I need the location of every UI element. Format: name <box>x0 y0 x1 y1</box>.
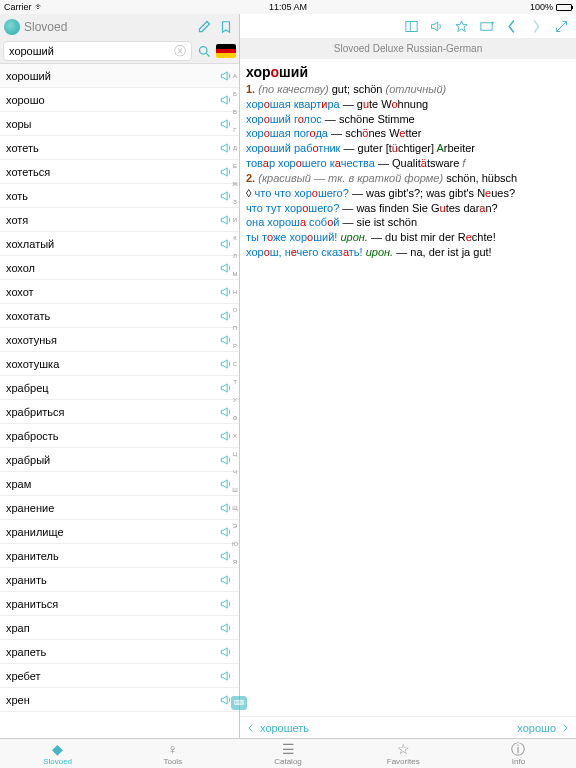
word-row[interactable]: хохол <box>0 256 239 280</box>
word-row[interactable]: хранить <box>0 568 239 592</box>
index-letter[interactable]: Э <box>232 518 238 534</box>
pronounce-icon[interactable] <box>219 141 233 155</box>
expand-icon[interactable] <box>553 18 570 35</box>
word-row[interactable]: хохотунья <box>0 328 239 352</box>
word-row[interactable]: храм <box>0 472 239 496</box>
pronounce-icon[interactable] <box>219 333 233 347</box>
clear-icon[interactable]: ⓧ <box>174 43 186 60</box>
pronounce-icon[interactable] <box>219 309 233 323</box>
pronounce-icon[interactable] <box>219 453 233 467</box>
word-row[interactable]: храбрец <box>0 376 239 400</box>
tab-favorites[interactable]: ☆Favorites <box>346 739 461 768</box>
pronounce-icon[interactable] <box>219 501 233 515</box>
word-row[interactable]: хохотушка <box>0 352 239 376</box>
pronounce-icon[interactable] <box>219 357 233 371</box>
index-letter[interactable]: Ю <box>232 536 238 552</box>
index-letter[interactable]: Н <box>232 284 238 300</box>
card-icon[interactable] <box>478 18 495 35</box>
pronounce-icon[interactable] <box>219 621 233 635</box>
index-letter[interactable]: А <box>232 68 238 84</box>
pronounce-icon[interactable] <box>219 189 233 203</box>
index-letter[interactable]: Ц <box>232 446 238 462</box>
index-letter[interactable]: Г <box>232 122 238 138</box>
word-row[interactable]: хранилище <box>0 520 239 544</box>
prev-word-button[interactable]: хорошеть <box>246 722 309 734</box>
pronounce-icon[interactable] <box>219 381 233 395</box>
index-letter[interactable]: С <box>232 356 238 372</box>
search-field-wrap[interactable]: ⓧ <box>3 41 192 61</box>
pronounce-icon[interactable] <box>219 237 233 251</box>
index-letter[interactable]: Я <box>232 554 238 570</box>
nav-fwd-icon[interactable] <box>528 18 545 35</box>
word-row[interactable]: хороший <box>0 64 239 88</box>
index-letter[interactable]: В <box>232 104 238 120</box>
word-row[interactable]: хотеть <box>0 136 239 160</box>
word-row[interactable]: хохотать <box>0 304 239 328</box>
panels-icon[interactable] <box>403 18 420 35</box>
alphabet-index[interactable]: АБВГДЕЖЗИКЛМНОПРСТУФХЦЧШЩЭЮЯ <box>232 68 238 570</box>
word-row[interactable]: хохлатый <box>0 232 239 256</box>
pronounce-icon[interactable] <box>219 597 233 611</box>
word-row[interactable]: храбриться <box>0 400 239 424</box>
tab-slovoed[interactable]: ◆Slovoed <box>0 739 115 768</box>
search-input[interactable] <box>9 45 174 57</box>
pronounce-icon[interactable] <box>219 645 233 659</box>
word-row[interactable]: хотя <box>0 208 239 232</box>
index-letter[interactable]: П <box>232 320 238 336</box>
tab-info[interactable]: ⓘInfo <box>461 739 576 768</box>
word-row[interactable]: хоть <box>0 184 239 208</box>
index-letter[interactable]: З <box>232 194 238 210</box>
word-row[interactable]: храниться <box>0 592 239 616</box>
pronounce-icon[interactable] <box>219 261 233 275</box>
pronounce-icon[interactable] <box>219 549 233 563</box>
index-letter[interactable]: Е <box>232 158 238 174</box>
pronounce-icon[interactable] <box>219 285 233 299</box>
word-row[interactable]: хотеться <box>0 160 239 184</box>
word-row[interactable]: хоры <box>0 112 239 136</box>
index-letter[interactable]: Ш <box>232 482 238 498</box>
word-row[interactable]: хребет <box>0 664 239 688</box>
pronounce-icon[interactable] <box>219 117 233 131</box>
word-row[interactable]: храпеть <box>0 640 239 664</box>
nav-back-icon[interactable] <box>503 18 520 35</box>
word-row[interactable]: храбрый <box>0 448 239 472</box>
index-letter[interactable]: Б <box>232 86 238 102</box>
tab-catalog[interactable]: ☰Catalog <box>230 739 345 768</box>
tab-tools[interactable]: ♀Tools <box>115 739 230 768</box>
word-row[interactable]: храбрость <box>0 424 239 448</box>
pronounce-icon[interactable] <box>219 477 233 491</box>
pronounce-icon[interactable] <box>219 213 233 227</box>
language-flag-icon[interactable] <box>216 44 236 58</box>
index-letter[interactable]: Ч <box>232 464 238 480</box>
word-row[interactable]: хохот <box>0 280 239 304</box>
next-word-button[interactable]: хорошо <box>517 722 570 734</box>
index-letter[interactable]: У <box>232 392 238 408</box>
index-letter[interactable]: Щ <box>232 500 238 516</box>
compose-icon[interactable] <box>195 18 213 36</box>
search-icon[interactable] <box>195 42 213 60</box>
word-row[interactable]: храп <box>0 616 239 640</box>
pronounce-icon[interactable] <box>219 429 233 443</box>
word-row[interactable]: хранитель <box>0 544 239 568</box>
pronounce-icon[interactable] <box>219 669 233 683</box>
pronounce-icon[interactable] <box>219 405 233 419</box>
word-row[interactable]: хранение <box>0 496 239 520</box>
star-icon[interactable] <box>453 18 470 35</box>
index-letter[interactable]: Ф <box>232 410 238 426</box>
bookmark-icon[interactable] <box>217 18 235 36</box>
index-letter[interactable]: И <box>232 212 238 228</box>
pronounce-icon[interactable] <box>219 573 233 587</box>
index-letter[interactable]: Л <box>232 248 238 264</box>
word-row[interactable]: хорошо <box>0 88 239 112</box>
index-letter[interactable]: К <box>232 230 238 246</box>
pronounce-icon[interactable] <box>219 525 233 539</box>
index-letter[interactable]: Т <box>232 374 238 390</box>
pronounce-icon[interactable] <box>219 93 233 107</box>
word-list[interactable]: хорошийхорошохорыхотетьхотетьсяхотьхотях… <box>0 64 239 738</box>
index-letter[interactable]: О <box>232 302 238 318</box>
pronounce-icon[interactable] <box>219 69 233 83</box>
index-letter[interactable]: Р <box>232 338 238 354</box>
index-letter[interactable]: Ж <box>232 176 238 192</box>
word-row[interactable]: хрен <box>0 688 239 712</box>
pronounce-icon[interactable] <box>219 165 233 179</box>
